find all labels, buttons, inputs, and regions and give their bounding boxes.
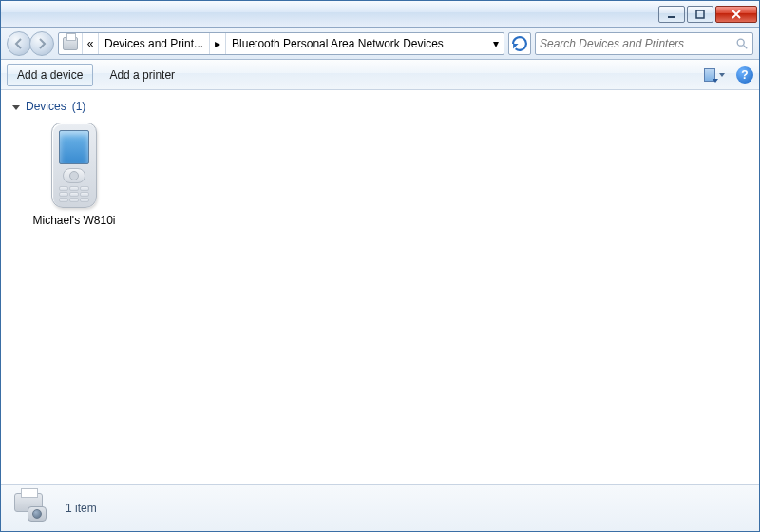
devices-printers-large-icon xyxy=(10,491,52,525)
content-area[interactable]: Devices (1) Michael's W810i xyxy=(1,90,759,484)
breadcrumb-level2[interactable]: Bluetooth Personal Area Network Devices xyxy=(226,33,488,54)
device-grid: Michael's W810i xyxy=(12,119,748,227)
group-label: Devices xyxy=(26,100,66,113)
group-count: (1) xyxy=(72,100,86,113)
help-icon: ? xyxy=(741,68,748,82)
devices-printers-icon xyxy=(63,37,78,50)
add-printer-label: Add a printer xyxy=(109,68,175,82)
svg-point-2 xyxy=(737,39,744,46)
device-item[interactable]: Michael's W810i xyxy=(22,119,126,227)
add-device-button[interactable]: Add a device xyxy=(7,64,93,86)
group-expand-icon xyxy=(12,105,20,110)
toolbar: Add a device Add a printer ? xyxy=(1,60,759,90)
back-arrow-icon xyxy=(13,38,25,49)
refresh-icon xyxy=(509,33,530,54)
phone-icon xyxy=(51,123,97,208)
address-bar[interactable]: « Devices and Print... ▸ Bluetooth Perso… xyxy=(58,32,504,55)
back-button[interactable] xyxy=(7,31,31,56)
svg-rect-0 xyxy=(668,16,675,18)
svg-rect-1 xyxy=(696,10,704,18)
chevron-down-icon: ▾ xyxy=(492,37,500,50)
chevron-down-icon xyxy=(719,73,725,77)
add-printer-button[interactable]: Add a printer xyxy=(99,64,185,86)
forward-button[interactable] xyxy=(29,31,54,56)
forward-arrow-icon xyxy=(36,38,48,49)
view-options-icon xyxy=(704,68,715,82)
view-options-button[interactable] xyxy=(704,65,725,86)
search-input[interactable] xyxy=(540,37,735,50)
search-icon xyxy=(735,37,749,50)
group-header-devices[interactable]: Devices (1) xyxy=(12,100,748,113)
device-name: Michael's W810i xyxy=(33,214,116,227)
search-box[interactable] xyxy=(535,32,753,55)
nav-buttons xyxy=(7,31,54,56)
maximize-button[interactable] xyxy=(687,6,713,23)
location-icon-segment[interactable] xyxy=(59,33,83,54)
add-device-label: Add a device xyxy=(17,68,83,82)
nav-row: « Devices and Print... ▸ Bluetooth Perso… xyxy=(1,28,759,60)
breadcrumb-level1-chevron[interactable]: ▸ xyxy=(210,33,226,54)
breadcrumb-level1[interactable]: Devices and Print... xyxy=(99,33,210,54)
refresh-button[interactable] xyxy=(508,32,531,55)
overflow-chevron[interactable]: « xyxy=(83,33,99,54)
close-button[interactable] xyxy=(715,6,757,23)
explorer-window: « Devices and Print... ▸ Bluetooth Perso… xyxy=(0,0,760,532)
address-dropdown[interactable]: ▾ xyxy=(488,33,504,54)
minimize-button[interactable] xyxy=(658,6,685,23)
close-icon xyxy=(732,10,741,19)
chevron-right-icon: ▸ xyxy=(214,37,221,50)
status-summary: 1 item xyxy=(66,502,97,515)
chevron-left-icon: « xyxy=(86,37,94,50)
minimize-icon xyxy=(667,10,676,19)
titlebar xyxy=(1,1,759,28)
breadcrumb-level2-label: Bluetooth Personal Area Network Devices xyxy=(232,37,444,50)
breadcrumb-level1-label: Devices and Print... xyxy=(104,37,203,50)
maximize-icon xyxy=(695,10,705,19)
status-bar: 1 item xyxy=(1,484,759,531)
help-button[interactable]: ? xyxy=(736,66,753,84)
